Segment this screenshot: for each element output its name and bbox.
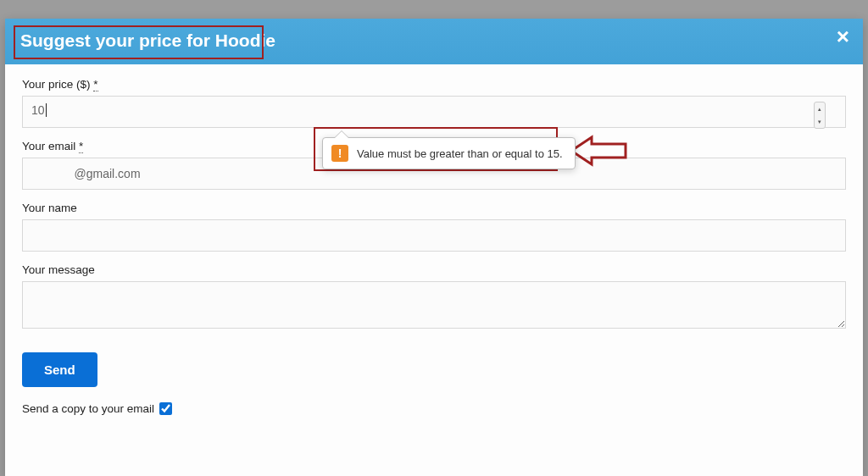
validation-tooltip: ! Value must be greater than or equal to…: [322, 137, 576, 169]
warning-icon: !: [331, 145, 348, 162]
send-copy-row: Send a copy to your email: [22, 402, 846, 415]
message-group: Your message: [22, 263, 846, 332]
name-group: Your name: [22, 202, 846, 252]
price-label-text: Your price ($): [22, 78, 91, 91]
suggest-price-modal: Suggest your price for Hoodie × Your pri…: [5, 19, 863, 476]
price-group: Your price ($) * 10 ▴ ▾: [22, 78, 846, 128]
required-mark: *: [93, 78, 97, 91]
modal-body: Your price ($) * 10 ▴ ▾ Your email * You…: [5, 64, 863, 425]
required-mark: *: [79, 140, 83, 153]
chevron-up-icon[interactable]: ▴: [818, 106, 821, 113]
annotation-arrow-icon: [570, 134, 629, 168]
chevron-down-icon[interactable]: ▾: [818, 119, 821, 125]
close-icon[interactable]: ×: [837, 25, 849, 47]
name-field[interactable]: [22, 219, 846, 252]
number-stepper[interactable]: ▴ ▾: [814, 102, 826, 129]
validation-message: Value must be greater than or equal to 1…: [357, 147, 563, 160]
price-value: 10: [31, 103, 45, 117]
message-field[interactable]: [22, 281, 846, 329]
modal-header: Suggest your price for Hoodie ×: [5, 19, 863, 64]
email-label-text: Your email: [22, 140, 75, 152]
message-label: Your message: [22, 263, 846, 276]
price-input[interactable]: 10: [22, 96, 846, 128]
send-copy-checkbox[interactable]: [159, 402, 172, 415]
text-cursor: [46, 103, 47, 117]
price-label: Your price ($) *: [22, 78, 846, 91]
modal-title: Suggest your price for Hoodie: [20, 30, 275, 51]
name-label: Your name: [22, 202, 846, 214]
send-copy-label: Send a copy to your email: [22, 402, 154, 415]
send-button[interactable]: Send: [22, 352, 97, 387]
